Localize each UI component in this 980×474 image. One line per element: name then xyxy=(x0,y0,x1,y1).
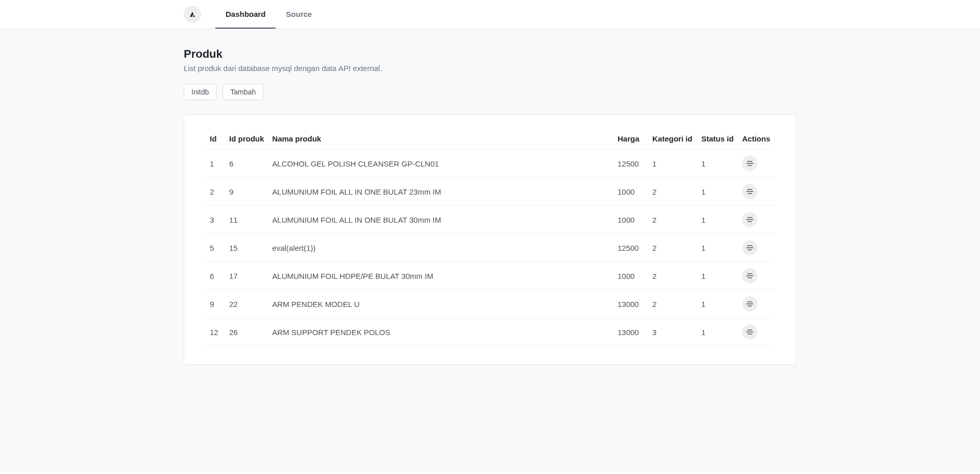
cell-kategori-id: 2 xyxy=(648,346,697,350)
cell-nama-produk: ARM SUPPORT PENDEK POLOS xyxy=(268,318,614,346)
app-logo[interactable] xyxy=(184,6,201,23)
cell-id-produk: 28 xyxy=(225,346,268,350)
row-actions-button[interactable] xyxy=(742,268,757,283)
menu-lines-icon xyxy=(746,273,753,279)
cell-harga: 13000 xyxy=(614,346,648,350)
cell-kategori-id: 2 xyxy=(648,206,697,234)
cell-status-id: 1 xyxy=(697,290,738,318)
cell-status-id: 1 xyxy=(697,262,738,290)
tab-dashboard[interactable]: Dashboard xyxy=(215,0,276,29)
initdb-button[interactable]: Initdb xyxy=(184,84,216,100)
table-row: 617ALUMUNIUM FOIL HDPE/PE BULAT 30mm IM1… xyxy=(206,262,774,290)
cell-id: 1 xyxy=(206,150,225,178)
cell-status-id: 1 xyxy=(697,206,738,234)
cell-nama-produk: ALUMUNIUM FOIL HDPE/PE BULAT 30mm IM xyxy=(268,262,614,290)
cell-harga: 12500 xyxy=(614,234,648,262)
row-actions-button[interactable] xyxy=(742,324,757,340)
column-header-nama: Nama produk xyxy=(268,129,614,150)
cell-id: 6 xyxy=(206,262,225,290)
table-scroll-area[interactable]: Id Id produk Nama produk Harga Kategori … xyxy=(184,129,796,350)
menu-lines-icon xyxy=(746,217,753,223)
table-row: 29ALUMUNIUM FOIL ALL IN ONE BULAT 23mm I… xyxy=(206,178,774,206)
page-title: Produk xyxy=(184,48,796,61)
cell-id-produk: 9 xyxy=(225,178,268,206)
page-subtitle: List produk dari database mysql dengan d… xyxy=(184,64,796,73)
cell-id: 2 xyxy=(206,178,225,206)
column-header-id: Id xyxy=(206,129,225,150)
cell-harga: 1000 xyxy=(614,206,648,234)
menu-lines-icon xyxy=(746,329,753,335)
column-header-actions: Actions xyxy=(738,129,774,150)
product-table: Id Id produk Nama produk Harga Kategori … xyxy=(206,129,774,350)
navbar: Dashboard Source xyxy=(0,0,980,29)
cell-status-id: 1 xyxy=(697,318,738,346)
row-actions-button[interactable] xyxy=(742,296,757,312)
cell-harga: 13000 xyxy=(614,318,648,346)
table-row: 1428ARM SUPPORT T (IMPORT)1300021 xyxy=(206,346,774,350)
cell-actions xyxy=(738,318,774,346)
column-header-id-produk: Id produk xyxy=(225,129,268,150)
cell-status-id: 1 xyxy=(697,346,738,350)
cell-harga: 12500 xyxy=(614,150,648,178)
tambah-button[interactable]: Tambah xyxy=(223,84,263,100)
cell-actions xyxy=(738,234,774,262)
cell-id-produk: 17 xyxy=(225,262,268,290)
cell-actions xyxy=(738,150,774,178)
table-row: 16ALCOHOL GEL POLISH CLEANSER GP-CLN0112… xyxy=(206,150,774,178)
cell-harga: 13000 xyxy=(614,290,648,318)
cell-actions xyxy=(738,178,774,206)
column-header-kategori: Kategori id xyxy=(648,129,697,150)
column-header-status: Status id xyxy=(697,129,738,150)
cell-nama-produk: ALUMUNIUM FOIL ALL IN ONE BULAT 23mm IM xyxy=(268,178,614,206)
table-row: 922ARM PENDEK MODEL U1300021 xyxy=(206,290,774,318)
menu-lines-icon xyxy=(746,245,753,251)
cell-harga: 1000 xyxy=(614,178,648,206)
cell-kategori-id: 1 xyxy=(648,150,697,178)
table-row: 515eval(alert(1))1250021 xyxy=(206,234,774,262)
nav-tabs: Dashboard Source xyxy=(215,0,322,29)
cell-id-produk: 22 xyxy=(225,290,268,318)
cell-nama-produk: ARM SUPPORT T (IMPORT) xyxy=(268,346,614,350)
cell-harga: 1000 xyxy=(614,262,648,290)
product-table-card: Id Id produk Nama produk Harga Kategori … xyxy=(184,114,796,365)
triangle-logo-icon xyxy=(188,10,197,18)
cell-id: 9 xyxy=(206,290,225,318)
cell-id-produk: 6 xyxy=(225,150,268,178)
cell-id-produk: 26 xyxy=(225,318,268,346)
cell-status-id: 1 xyxy=(697,178,738,206)
cell-kategori-id: 2 xyxy=(648,262,697,290)
menu-lines-icon xyxy=(746,301,753,307)
table-row: 311ALUMUNIUM FOIL ALL IN ONE BULAT 30mm … xyxy=(206,206,774,234)
cell-nama-produk: eval(alert(1)) xyxy=(268,234,614,262)
cell-actions xyxy=(738,206,774,234)
cell-status-id: 1 xyxy=(697,234,738,262)
tab-source[interactable]: Source xyxy=(276,0,322,29)
cell-actions xyxy=(738,262,774,290)
row-actions-button[interactable] xyxy=(742,240,757,255)
cell-actions xyxy=(738,346,774,350)
table-row: 1226ARM SUPPORT PENDEK POLOS1300031 xyxy=(206,318,774,346)
cell-id: 12 xyxy=(206,318,225,346)
cell-kategori-id: 2 xyxy=(648,290,697,318)
cell-status-id: 1 xyxy=(697,150,738,178)
cell-actions xyxy=(738,290,774,318)
cell-id-produk: 11 xyxy=(225,206,268,234)
cell-id: 5 xyxy=(206,234,225,262)
row-actions-button[interactable] xyxy=(742,212,757,227)
cell-nama-produk: ALUMUNIUM FOIL ALL IN ONE BULAT 30mm IM xyxy=(268,206,614,234)
cell-id: 3 xyxy=(206,206,225,234)
cell-kategori-id: 2 xyxy=(648,178,697,206)
cell-nama-produk: ARM PENDEK MODEL U xyxy=(268,290,614,318)
row-actions-button[interactable] xyxy=(742,156,757,171)
cell-kategori-id: 3 xyxy=(648,318,697,346)
menu-lines-icon xyxy=(746,188,753,195)
cell-id: 14 xyxy=(206,346,225,350)
menu-lines-icon xyxy=(746,160,753,167)
column-header-harga: Harga xyxy=(614,129,648,150)
row-actions-button[interactable] xyxy=(742,184,757,199)
toolbar: Initdb Tambah xyxy=(184,84,796,100)
cell-nama-produk: ALCOHOL GEL POLISH CLEANSER GP-CLN01 xyxy=(268,150,614,178)
cell-kategori-id: 2 xyxy=(648,234,697,262)
cell-id-produk: 15 xyxy=(225,234,268,262)
